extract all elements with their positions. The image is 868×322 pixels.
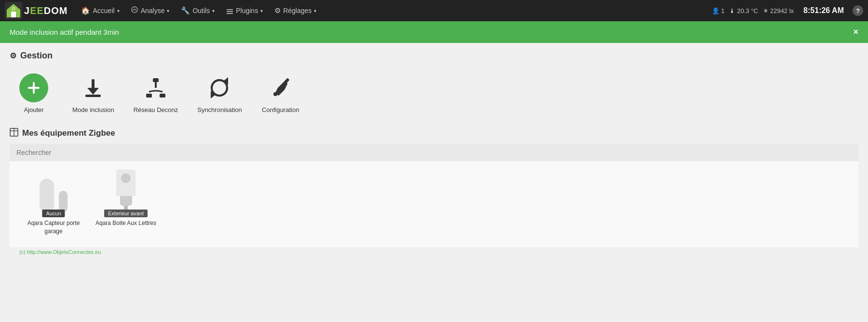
config-wrench-icon [266,73,295,102]
user-icon: 👤 [712,7,719,14]
nav-accueil[interactable]: 🏠 Accueil ▾ [75,0,125,21]
svg-point-3 [12,7,15,11]
time-display: 8:51:26 AM [803,6,844,15]
light-status: ☀ 22942 lx [763,7,794,14]
main-content: ⚙ Gestion Ajouter Mode inclusio [0,43,868,265]
inclusion-banner: Mode inclusion actif pendant 3min × [0,21,868,43]
device-name-2: Aqara Boite Aux Lettres [94,219,158,227]
gestion-title-text: Gestion [20,51,53,61]
gestion-section-title: ⚙ Gestion [10,51,858,61]
navbar: JEEDOM 🏠 Accueil ▾ Analyse ▾ 🔧 Outils ▾ [0,0,868,21]
chevron-down-icon: ▾ [314,8,316,14]
brand-logo[interactable]: JEEDOM [5,2,68,19]
nav-analyse-label: Analyse [141,7,165,14]
svg-point-21 [273,92,277,96]
nav-items: 🏠 Accueil ▾ Analyse ▾ 🔧 Outils ▾ [75,0,712,21]
device-image-2: Exterieur avant [97,169,155,217]
jeedom-logo-icon [5,2,22,19]
action-reseau-deconz[interactable]: Réseau Deconz [134,73,178,113]
synchronisation-label: Synchronisation [197,106,242,113]
nav-outils[interactable]: 🔧 Outils ▾ [175,0,220,21]
temperature-status: 🌡 20.3 °C [729,7,758,14]
chevron-down-icon: ▾ [117,8,120,14]
gestion-gear-icon: ⚙ [10,51,16,60]
chevron-down-icon: ▾ [260,8,263,14]
equipment-title-text: Mes équipement Zigbee [22,128,115,138]
svg-rect-13 [153,78,159,82]
equipment-section-title: Mes équipement Zigbee [10,128,858,138]
user-count: 1 [721,7,724,14]
search-input[interactable] [10,144,858,161]
network-icon [141,73,170,102]
svg-rect-2 [11,12,16,17]
thermometer-icon: 🌡 [729,7,735,14]
device-tag: Aucun [42,210,65,217]
table-icon [10,128,18,138]
banner-message: Mode inclusion actif pendant 3min [10,28,119,36]
sun-icon: ☀ [763,7,769,14]
equipment-section: Mes équipement Zigbee Aucun Aqara Capteu… [10,128,858,247]
configuration-label: Configuration [262,106,299,113]
svg-point-4 [132,7,137,13]
device-card[interactable]: Aucun Aqara Capteur porte garage [17,169,90,239]
nav-analyse[interactable]: Analyse ▾ [125,0,176,21]
user-count-status: 👤 1 [712,7,724,14]
svg-rect-16 [155,82,157,88]
chevron-down-icon: ▾ [167,8,169,14]
plugins-icon [226,6,233,15]
sync-icon [205,73,234,102]
nav-reglages-label: Réglages [283,7,312,14]
temperature-value: 20.3 °C [737,7,758,14]
brand-ee: EE [30,5,44,16]
svg-rect-5 [227,9,233,10]
svg-rect-17 [149,94,151,96]
door-sensor-body [40,179,54,212]
light-value: 22942 lx [770,7,794,14]
nav-accueil-label: Accueil [93,7,114,14]
footer-copyright: (c) http://www.ObjetsConnectes.eu [10,247,858,257]
device-name: Aqara Capteur porte garage [17,219,90,236]
nav-outils-label: Outils [192,7,210,14]
motion-head [116,169,136,196]
action-mode-inclusion[interactable]: Mode inclusion [72,73,114,113]
motion-base [120,196,132,206]
device-image: Aucun [25,169,82,217]
gear-icon: ⚙ [274,6,281,15]
svg-rect-9 [28,87,40,89]
management-row: Ajouter Mode inclusion [10,69,858,123]
nav-plugins[interactable]: Plugins ▾ [220,0,269,21]
ajouter-label: Ajouter [24,106,43,113]
home-icon: 🏠 [81,6,90,15]
navbar-right: 👤 1 🌡 20.3 °C ☀ 22942 lx 8:51:26 AM ? [712,5,863,16]
chevron-down-icon: ▾ [212,8,215,14]
nav-plugins-label: Plugins [236,7,258,14]
action-configuration[interactable]: Configuration [261,73,300,113]
wrench-icon: 🔧 [181,6,190,15]
help-button[interactable]: ? [853,5,863,16]
brand-text: JEEDOM [24,5,68,16]
action-synchronisation[interactable]: Synchronisation [197,73,242,113]
action-ajouter[interactable]: Ajouter [14,73,53,113]
nav-reglages[interactable]: ⚙ Réglages ▾ [269,0,322,21]
svg-marker-11 [87,88,99,95]
device-tag-exterior: Exterieur avant [104,210,148,217]
svg-rect-7 [227,13,233,14]
svg-rect-12 [85,95,101,97]
banner-close-button[interactable]: × [853,27,858,37]
device-card[interactable]: Exterieur avant Aqara Boite Aux Lettres [90,169,162,239]
analyse-icon [131,6,138,15]
download-icon [79,73,108,102]
svg-rect-6 [227,11,233,12]
device-grid: Aucun Aqara Capteur porte garage Exterie… [10,161,858,247]
mode-inclusion-label: Mode inclusion [72,106,114,113]
add-icon [19,73,48,102]
reseau-deconz-label: Réseau Deconz [134,106,178,113]
svg-rect-18 [161,94,163,96]
